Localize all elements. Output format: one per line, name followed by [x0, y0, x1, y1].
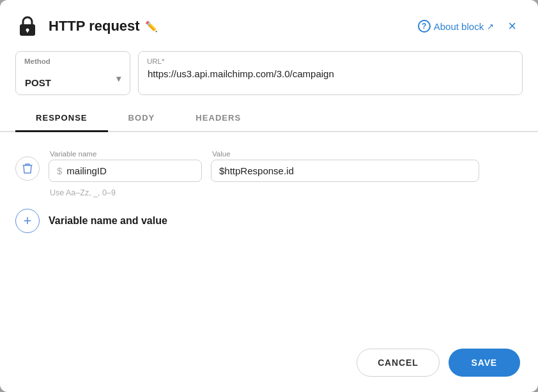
method-value: POST	[25, 77, 51, 88]
external-link-icon: ↗	[487, 22, 494, 31]
add-variable-button[interactable]: +	[15, 209, 40, 233]
variable-hint: Use Aa–Zz, _, 0–9	[50, 188, 523, 197]
variable-value-input[interactable]	[219, 165, 471, 176]
variable-value-input-wrap	[211, 160, 479, 182]
lock-icon	[15, 14, 40, 38]
question-icon: ?	[418, 20, 431, 33]
method-field-group: Method POST ▾	[15, 51, 130, 95]
variable-row: Variable name $ Value	[15, 150, 523, 182]
variable-name-input-wrap: $	[49, 160, 202, 182]
modal-header: HTTP request ✏️ ? About block ↗ ×	[0, 0, 538, 49]
add-variable-row[interactable]: + Variable name and value	[15, 209, 523, 233]
variable-name-group: Variable name $	[49, 150, 202, 182]
method-dropdown[interactable]: Method POST ▾	[15, 51, 130, 95]
tab-headers[interactable]: HEADERS	[175, 105, 261, 132]
edit-icon[interactable]: ✏️	[145, 20, 158, 33]
url-field-group: URL* https://us3.api.mailchimp.com/3.0/c…	[138, 51, 523, 95]
close-button[interactable]: ×	[504, 18, 520, 34]
tab-body[interactable]: BODY	[108, 105, 176, 132]
modal-title: HTTP request ✏️	[49, 18, 158, 34]
tabs-row: RESPONSE BODY HEADERS	[0, 105, 538, 132]
http-request-modal: HTTP request ✏️ ? About block ↗ × Method…	[0, 0, 538, 392]
variable-name-label: Variable name	[49, 150, 202, 158]
tab-content: Variable name $ Value Use Aa–Zz, _, 0–9 …	[0, 132, 538, 338]
url-input[interactable]: https://us3.api.mailchimp.com/3.0/campai…	[138, 51, 523, 95]
method-label: Method	[24, 57, 50, 65]
chevron-down-icon: ▾	[116, 73, 121, 84]
tab-response[interactable]: RESPONSE	[15, 105, 108, 132]
variable-name-input[interactable]	[66, 165, 194, 176]
save-button[interactable]: SAVE	[449, 349, 520, 377]
add-variable-label: Variable name and value	[49, 215, 167, 227]
svg-rect-2	[27, 30, 28, 33]
fields-row: Method POST ▾ URL* https://us3.api.mailc…	[0, 51, 538, 105]
delete-variable-button[interactable]	[15, 156, 40, 181]
cancel-button[interactable]: CANCEL	[357, 349, 439, 377]
about-block-link[interactable]: ? About block ↗	[418, 20, 494, 33]
url-label: URL*	[147, 57, 164, 65]
variable-value-group: Value	[211, 150, 479, 182]
variable-value-label: Value	[211, 150, 479, 158]
modal-footer: CANCEL SAVE	[0, 338, 538, 392]
modal-title-area: HTTP request ✏️	[15, 14, 158, 38]
dollar-icon: $	[57, 165, 62, 176]
